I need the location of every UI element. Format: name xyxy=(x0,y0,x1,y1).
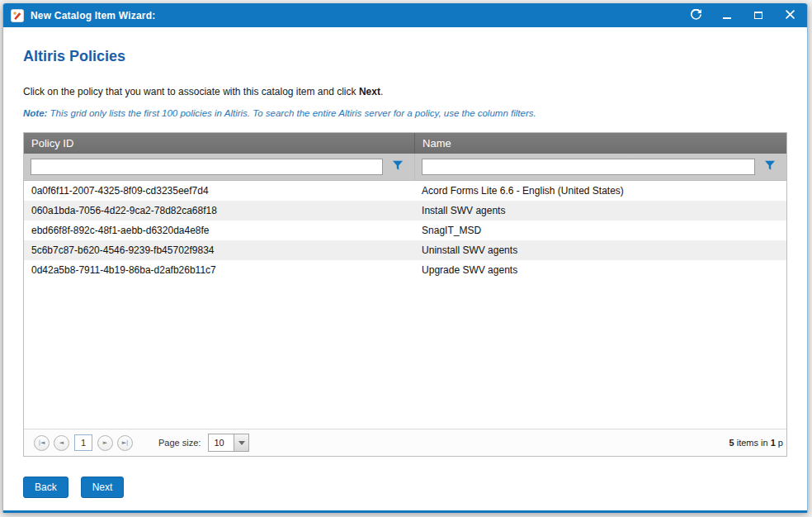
table-row[interactable]: 0a0f6f11-2007-4325-8f09-cd3235eef7d4 Aco… xyxy=(24,181,786,201)
window-controls xyxy=(688,8,797,23)
policy-id-cell: 060a1bda-7056-4d22-9ca2-78d82ca68f18 xyxy=(24,205,414,216)
name-filter-button[interactable] xyxy=(760,157,780,177)
grid-header-row: Policy ID Name xyxy=(24,133,786,154)
name-cell: Uninstall SWV agents xyxy=(414,244,786,256)
minimize-button[interactable] xyxy=(720,8,734,23)
column-header-name[interactable]: Name xyxy=(414,133,786,154)
wizard-window: New Catalog Item Wizard: xyxy=(2,3,808,513)
name-cell: Install SWV agents xyxy=(414,205,786,216)
close-icon xyxy=(786,9,795,21)
grid-body: 0a0f6f11-2007-4325-8f09-cd3235eef7d4 Aco… xyxy=(24,181,786,429)
name-cell: SnagIT_MSD xyxy=(414,225,786,236)
first-page-icon: |◄ xyxy=(39,440,45,446)
status-suffix-text: p xyxy=(776,438,783,448)
status-mid-text: items in xyxy=(734,438,771,448)
close-button[interactable] xyxy=(782,8,797,23)
policy-id-cell: 5c6b7c87-b620-4546-9239-fb45702f9834 xyxy=(24,244,414,256)
pager: |◄ ◄ 1 ► ►| Page size: 10 5 items in 1 p xyxy=(24,429,786,456)
refresh-button[interactable] xyxy=(688,8,703,23)
policy-id-filter-button[interactable] xyxy=(388,157,408,177)
funnel-icon xyxy=(392,160,404,173)
note-label: Note: xyxy=(23,108,47,118)
page-size-dropdown-button[interactable] xyxy=(234,434,249,452)
pager-status: 5 items in 1 p xyxy=(729,438,783,448)
wizard-content: Altiris Policies Click on the policy tha… xyxy=(3,27,807,510)
minimize-icon xyxy=(723,17,731,19)
policy-id-cell: ebd66f8f-892c-48f1-aebb-d6320da4e8fe xyxy=(24,225,414,236)
maximize-icon xyxy=(754,12,762,19)
previous-page-icon: ◄ xyxy=(59,440,64,446)
pager-current-page[interactable]: 1 xyxy=(74,434,92,451)
back-button[interactable]: Back xyxy=(23,477,68,498)
next-button[interactable]: Next xyxy=(81,477,125,498)
table-row[interactable]: 0d42a5b8-7911-4b19-86ba-d2afb26b11c7 Upg… xyxy=(24,260,786,280)
instruction-bold: Next xyxy=(359,86,380,97)
pager-first-button[interactable]: |◄ xyxy=(34,435,50,451)
pager-last-button[interactable]: ►| xyxy=(117,435,133,451)
instruction-text: Click on the policy that you want to ass… xyxy=(23,86,787,97)
name-filter-input[interactable] xyxy=(422,159,755,175)
table-row[interactable]: 5c6b7c87-b620-4546-9239-fb45702f9834 Uni… xyxy=(24,240,786,260)
page-size-dropdown: 10 xyxy=(208,434,249,452)
pager-next-button[interactable]: ► xyxy=(97,435,113,451)
name-cell: Upgrade SWV agents xyxy=(414,264,786,276)
policy-id-filter-input[interactable] xyxy=(31,159,383,175)
policy-id-cell: 0d42a5b8-7911-4b19-86ba-d2afb26b11c7 xyxy=(24,264,414,276)
note-text: Note: This grid only lists the first 100… xyxy=(23,108,787,118)
name-cell: Acord Forms Lite 6.6 - English (United S… xyxy=(414,185,786,197)
instruction-pre: Click on the policy that you want to ass… xyxy=(23,86,359,97)
chevron-down-icon xyxy=(238,441,245,445)
titlebar: New Catalog Item Wizard: xyxy=(3,3,807,27)
table-row[interactable]: ebd66f8f-892c-48f1-aebb-d6320da4e8fe Sna… xyxy=(24,221,786,240)
funnel-icon xyxy=(764,160,776,173)
note-body: This grid only lists the first 100 polic… xyxy=(47,108,536,118)
page-size-label: Page size: xyxy=(158,438,201,448)
maximize-button[interactable] xyxy=(751,8,766,23)
window-title: New Catalog Item Wizard: xyxy=(31,10,155,21)
footer-buttons: Back Next xyxy=(23,477,787,498)
policy-id-filter-cell xyxy=(24,154,414,180)
policy-id-cell: 0a0f6f11-2007-4325-8f09-cd3235eef7d4 xyxy=(24,185,414,197)
app-icon xyxy=(11,9,24,22)
column-header-policy-id[interactable]: Policy ID xyxy=(24,133,414,154)
last-page-icon: ►| xyxy=(122,440,129,446)
instruction-post: . xyxy=(380,86,383,97)
refresh-icon xyxy=(691,9,701,22)
pager-previous-button[interactable]: ◄ xyxy=(54,435,69,451)
page-size-value[interactable]: 10 xyxy=(208,434,234,452)
policies-grid: Policy ID Name xyxy=(23,132,787,457)
page-title: Altiris Policies xyxy=(23,48,787,65)
table-row[interactable]: 060a1bda-7056-4d22-9ca2-78d82ca68f18 Ins… xyxy=(24,201,786,221)
grid-filter-row xyxy=(24,154,786,181)
next-page-icon: ► xyxy=(103,440,107,446)
name-filter-cell xyxy=(414,154,786,180)
